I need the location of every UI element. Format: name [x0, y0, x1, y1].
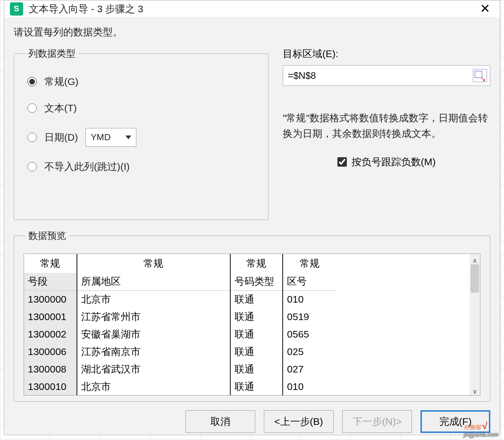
- target-range-field[interactable]: =$N$8: [283, 65, 490, 86]
- table-cell: 所属地区: [77, 273, 230, 290]
- table-cell: 1300008: [24, 360, 77, 378]
- date-format-value: YMD: [91, 132, 110, 143]
- table-row: 1300010北京市联通010: [24, 378, 336, 395]
- radio-text[interactable]: [27, 103, 37, 113]
- date-format-dropdown[interactable]: YMD: [85, 128, 136, 147]
- chevron-down-icon: [126, 135, 131, 139]
- column-data-type-legend: 列数据类型: [25, 47, 78, 60]
- preview-col-header[interactable]: 常规: [77, 254, 230, 273]
- table-cell: 010: [283, 378, 336, 395]
- negative-tracking-label[interactable]: 按负号跟踪负数(M): [352, 155, 436, 169]
- preview-header-row[interactable]: 常规 常规 常规 常规: [24, 254, 336, 273]
- table-cell: 1300000: [24, 290, 77, 308]
- target-range-value[interactable]: =$N$8: [288, 70, 470, 81]
- close-button[interactable]: ✕: [476, 0, 494, 17]
- scroll-down-icon[interactable]: ∨: [472, 388, 477, 395]
- preview-table-wrap: 常规 常规 常规 常规 号段所属地区号码类型区号1300000北京市联通0101…: [24, 254, 470, 395]
- back-button[interactable]: <上一步(B): [264, 410, 334, 433]
- app-icon: S: [10, 2, 23, 16]
- column-data-type-group: 列数据类型 常规(G) 文本(T) 日期(D) YMD: [14, 47, 269, 220]
- table-cell: 北京市: [77, 378, 230, 395]
- radio-text-label[interactable]: 文本(T): [44, 102, 77, 115]
- radio-date-label[interactable]: 日期(D): [44, 131, 78, 144]
- scroll-thumb[interactable]: [470, 264, 479, 293]
- radio-skip[interactable]: [27, 162, 37, 171]
- scroll-up-icon[interactable]: ∧: [472, 257, 477, 264]
- radio-general-label[interactable]: 常规(G): [44, 75, 78, 88]
- table-cell: 联通: [230, 290, 283, 308]
- table-cell: 1300006: [24, 343, 77, 360]
- table-cell: 区号: [283, 273, 336, 290]
- table-row: 1300008湖北省武汉市联通027: [24, 360, 336, 378]
- table-cell: 1300010: [24, 378, 77, 395]
- table-cell: 1300001: [24, 308, 77, 325]
- preview-col-header[interactable]: 常规: [24, 254, 77, 273]
- titlebar: S 文本导入向导 - 3 步骤之 3 ✕: [4, 0, 500, 17]
- radio-general[interactable]: [27, 77, 37, 86]
- preview-col-header[interactable]: 常规: [230, 254, 283, 273]
- preview-col-header[interactable]: 常规: [283, 254, 336, 273]
- range-picker-icon[interactable]: [473, 69, 487, 82]
- next-button: 下一步(N)>: [342, 410, 412, 433]
- table-row: 1300006江苏省南京市联通025: [24, 343, 336, 360]
- radio-date[interactable]: [27, 133, 37, 142]
- table-cell: 1300002: [24, 325, 77, 343]
- table-row: 号段所属地区号码类型区号: [24, 273, 336, 290]
- table-cell: 0565: [283, 325, 336, 343]
- preview-scrollbar[interactable]: ∧ ∨: [470, 254, 480, 395]
- table-cell: 联通: [230, 378, 283, 395]
- table-cell: 安徽省巢湖市: [77, 325, 230, 343]
- table-cell: 联通: [230, 308, 283, 325]
- wizard-dialog: S 文本导入向导 - 3 步骤之 3 ✕ 请设置每列的数据类型。 列数据类型 常…: [4, 0, 500, 435]
- table-cell: 0519: [283, 308, 336, 325]
- table-cell: 联通: [230, 360, 283, 378]
- table-cell: 江苏省常州市: [77, 308, 230, 325]
- table-cell: 号段: [24, 273, 77, 290]
- watermark: 经验啦 √ jingyanla.com: [464, 421, 498, 438]
- table-cell: 025: [283, 343, 336, 360]
- table-cell: 江苏省南京市: [77, 343, 230, 360]
- table-cell: 027: [283, 360, 336, 378]
- table-cell: 北京市: [77, 290, 230, 308]
- preview-table: 常规 常规 常规 常规 号段所属地区号码类型区号1300000北京市联通0101…: [24, 254, 336, 395]
- cancel-button[interactable]: 取消: [185, 410, 255, 433]
- data-preview-group: 数据预览 常规 常规 常规 常规 号段所属地区号码类型区号1300000北京市联…: [14, 229, 490, 402]
- instruction-text: 请设置每列的数据类型。: [14, 25, 490, 39]
- data-preview-legend: 数据预览: [25, 229, 69, 242]
- table-cell: 联通: [230, 325, 283, 343]
- table-row: 1300000北京市联通010: [24, 290, 336, 308]
- button-row: 取消 <上一步(B) 下一步(N)> 完成(F): [14, 410, 490, 433]
- table-row: 1300002安徽省巢湖市联通0565: [24, 325, 336, 343]
- table-cell: 号码类型: [230, 273, 283, 290]
- table-row: 1300001江苏省常州市联通0519: [24, 308, 336, 325]
- table-cell: 010: [283, 290, 336, 308]
- dialog-title: 文本导入向导 - 3 步骤之 3: [29, 2, 143, 16]
- negative-tracking-checkbox[interactable]: [337, 157, 347, 167]
- radio-skip-label[interactable]: 不导入此列(跳过)(I): [44, 160, 130, 173]
- table-cell: 联通: [230, 343, 283, 360]
- target-range-label: 目标区域(E):: [283, 47, 490, 60]
- format-hint-text: "常规"数据格式将数值转换成数字，日期值会转换为日期，其余数据则转换成文本。: [283, 110, 490, 141]
- table-cell: 湖北省武汉市: [77, 360, 230, 378]
